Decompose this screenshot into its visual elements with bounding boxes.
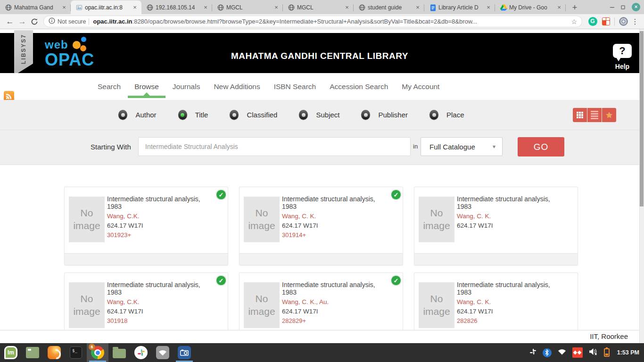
radio-button-icon[interactable]: [118, 110, 127, 120]
result-card[interactable]: Noimage Intermediate structural analysis…: [239, 272, 403, 330]
institute-logo-extension-icon[interactable]: [618, 16, 628, 27]
result-card[interactable]: Noimage Intermediate structural analysis…: [239, 187, 403, 265]
volume-muted-icon[interactable]: [589, 348, 598, 357]
anydesk-icon[interactable]: [572, 347, 583, 358]
tab-close-icon[interactable]: ×: [202, 4, 209, 11]
tab-student-guide[interactable]: student guide ×: [354, 1, 424, 14]
nav-accession-search[interactable]: Accession Search: [330, 73, 388, 100]
accession-link[interactable]: 301918: [107, 317, 214, 324]
slack-launcher[interactable]: [130, 343, 152, 362]
url-host: opac.iitr.ac.in: [93, 18, 132, 25]
radio-title[interactable]: Title: [178, 110, 208, 120]
chrome-taskbar-button[interactable]: 6: [87, 343, 108, 362]
network-settings-launcher[interactable]: [152, 343, 173, 362]
starting-with-input[interactable]: [138, 137, 411, 156]
bluetooth-icon[interactable]: [543, 348, 552, 357]
author-link[interactable]: Wang, C.K.: [107, 213, 214, 220]
catalogue-scope-select[interactable]: Full Catalogue ▾: [421, 137, 503, 156]
help-widget[interactable]: ? Help: [611, 44, 634, 70]
not-secure-label[interactable]: Not secure: [58, 18, 86, 25]
nav-browse[interactable]: Browse: [134, 73, 159, 100]
call-number: 624.17 W17I: [282, 222, 388, 229]
radio-subject[interactable]: Subject: [299, 110, 339, 120]
tab-mgcl-2[interactable]: MGCL ×: [283, 1, 354, 14]
screenshot-tool-launcher[interactable]: [173, 343, 195, 362]
new-tab-button[interactable]: +: [568, 2, 582, 14]
tab-close-icon[interactable]: ×: [555, 4, 563, 11]
author-link[interactable]: Wang, C. K., Au.: [282, 298, 388, 305]
accession-link[interactable]: 282826: [457, 317, 563, 324]
nav-new-additions[interactable]: New Additions: [214, 73, 260, 100]
favourites-star-icon[interactable]: ★: [602, 108, 616, 122]
tab-close-icon[interactable]: ×: [272, 4, 280, 11]
radio-button-icon[interactable]: [361, 110, 370, 120]
tab-close-icon[interactable]: ×: [414, 4, 421, 11]
nav-search[interactable]: Search: [98, 73, 121, 100]
author-link[interactable]: Wang, C. K.: [457, 213, 563, 220]
minimize-button[interactable]: –: [610, 5, 614, 9]
author-link[interactable]: Wang, C. K.: [457, 298, 563, 305]
result-card[interactable]: Noimage Intermediate structural analysis…: [64, 187, 228, 265]
radio-button-icon[interactable]: [230, 110, 239, 120]
radio-classified[interactable]: Classified: [230, 110, 277, 120]
grammarly-extension-icon[interactable]: G: [587, 16, 598, 27]
camera-icon: [178, 346, 191, 359]
browser-menu-icon[interactable]: ⋮: [630, 17, 640, 26]
info-icon[interactable]: [49, 17, 55, 26]
terminal-launcher[interactable]: $_: [65, 343, 87, 362]
nav-journals[interactable]: Journals: [173, 73, 200, 100]
tab-close-icon[interactable]: ×: [485, 4, 492, 11]
bookmark-star-icon[interactable]: ☆: [571, 18, 577, 25]
wifi-signal-icon[interactable]: [558, 348, 566, 357]
radio-button-icon[interactable]: [299, 110, 308, 120]
tab-close-icon[interactable]: ×: [343, 4, 351, 11]
nav-isbn-search[interactable]: ISBN Search: [274, 73, 316, 100]
mint-menu-button[interactable]: lm: [0, 343, 22, 362]
result-card[interactable]: Noimage Intermediate structural analysis…: [414, 187, 578, 265]
list-view-icon[interactable]: [587, 108, 602, 122]
close-window-button[interactable]: ×: [632, 3, 640, 11]
author-link[interactable]: Wang, C.K.: [107, 298, 214, 305]
table-extension-icon[interactable]: [601, 16, 611, 27]
tab-mgcl-1[interactable]: MGCL ×: [212, 1, 283, 14]
radio-author[interactable]: Author: [118, 110, 156, 120]
url-text[interactable]: opac.iitr.ac.in:8280/opac/browse/browse.…: [93, 18, 567, 25]
restore-button[interactable]: [621, 5, 625, 9]
tab-close-icon[interactable]: ×: [131, 4, 139, 11]
no-image-placeholder: Noimage: [419, 197, 454, 242]
result-card[interactable]: Noimage Intermediate structural analysis…: [64, 272, 228, 330]
accession-link[interactable]: 301923+: [107, 231, 214, 239]
tab-ip[interactable]: 192.168.105.14 ×: [141, 1, 212, 14]
reload-button[interactable]: [28, 16, 41, 28]
address-bar[interactable]: Not secure opac.iitr.ac.in:8280/opac/bro…: [43, 16, 582, 27]
clock[interactable]: 1:53 PM: [617, 349, 639, 356]
go-button[interactable]: GO: [518, 137, 564, 156]
author-link[interactable]: Wang, C. K.: [282, 213, 388, 220]
radio-place[interactable]: Place: [429, 110, 464, 120]
show-desktop-button[interactable]: [22, 343, 43, 362]
battery-icon[interactable]: [604, 348, 610, 357]
accession-link[interactable]: 301914+: [282, 231, 388, 239]
scrollbar-thumb[interactable]: [640, 31, 644, 206]
result-card[interactable]: Noimage Intermediate structural analysis…: [414, 272, 578, 330]
grid-view-icon[interactable]: [573, 108, 587, 122]
tab-close-icon[interactable]: ×: [60, 4, 68, 11]
nav-my-account[interactable]: My Account: [402, 73, 439, 100]
radio-button-icon[interactable]: [178, 110, 187, 120]
files-launcher[interactable]: [108, 343, 130, 362]
tab-title: Mahatma Gand: [14, 4, 58, 11]
tab-my-drive[interactable]: My Drive - Goo ×: [495, 1, 566, 14]
tab-opac-active[interactable]: opac.iitr.ac.in:8 ×: [71, 0, 141, 14]
page-scrollbar[interactable]: [639, 29, 644, 343]
starting-with-label: Starting With: [91, 143, 131, 151]
forward-button[interactable]: →: [16, 16, 28, 28]
slack-tray-icon[interactable]: [529, 348, 537, 357]
back-button[interactable]: ←: [4, 16, 16, 28]
radio-button-icon[interactable]: [429, 110, 438, 120]
radio-publisher[interactable]: Publisher: [361, 110, 408, 120]
accession-link[interactable]: 282829+: [282, 317, 388, 324]
tab-library-article[interactable]: Library Article D ×: [424, 1, 495, 14]
tab-mahatma[interactable]: Mahatma Gand ×: [0, 1, 71, 14]
firefox-launcher[interactable]: [43, 343, 65, 362]
help-question-icon[interactable]: ?: [613, 44, 632, 58]
